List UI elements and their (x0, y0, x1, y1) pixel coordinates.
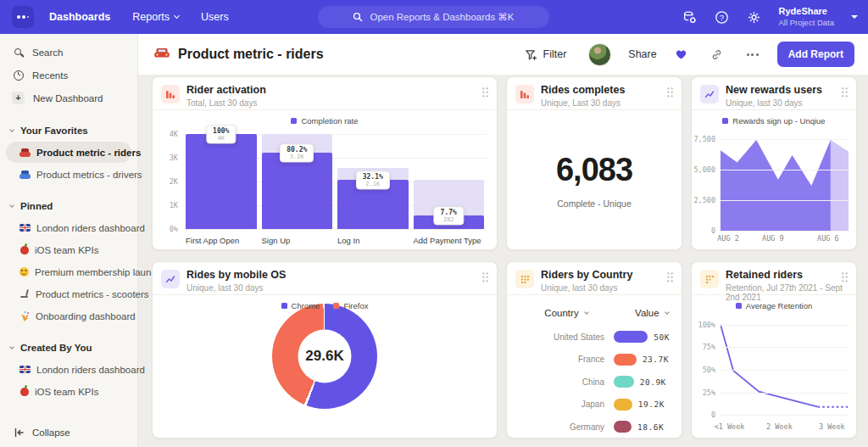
project-scope: All Project Data (779, 18, 834, 28)
copy-link-icon[interactable] (706, 45, 728, 64)
sidebar-item[interactable]: Onboarding dashboard (6, 305, 131, 327)
sidebar-item[interactable]: Premium membership launch (6, 261, 131, 282)
drag-handle-icon[interactable] (841, 87, 849, 98)
share-button[interactable]: Share (628, 48, 656, 60)
card-title[interactable]: Rider activation (186, 85, 266, 97)
funnel-tooltip: 32.1%2.1K (356, 170, 390, 189)
chevron-down-icon (9, 203, 14, 208)
sidebar-action-recents[interactable]: Recents (0, 64, 137, 87)
sidebar-action-label: Recents (32, 70, 68, 81)
more-options-icon[interactable] (742, 45, 764, 64)
sidebar-item[interactable]: iOS team KPIs (6, 239, 131, 260)
sidebar-item[interactable]: Product metric - riders (6, 142, 131, 163)
clock-icon (14, 70, 24, 81)
section-header[interactable]: Pinned (0, 196, 137, 216)
legend-chrome[interactable]: Chrome (281, 301, 320, 310)
drag-handle-icon[interactable] (666, 271, 674, 282)
sidebar-action-search[interactable]: Search (0, 41, 137, 64)
x-axis-tick: AUG 6 (817, 234, 839, 243)
sort-country-header[interactable]: Country (519, 308, 614, 318)
legend-completion-rate[interactable]: Completion rate (291, 116, 358, 126)
legend-rewards-signup[interactable]: Rewards sign up - Unqiue (722, 116, 825, 126)
funnel-count: 3.2K (287, 154, 307, 161)
collapse-button[interactable]: Collapse (14, 427, 70, 438)
filter-label: Filter (543, 48, 567, 60)
filter-button[interactable]: Filter (525, 48, 567, 61)
legend-swatch (291, 118, 297, 124)
card-title[interactable]: Retained riders (726, 270, 848, 282)
donut-hole: 29.6K (298, 329, 352, 383)
card-title[interactable]: Rides completes (541, 85, 625, 97)
drag-handle-icon[interactable] (841, 271, 849, 282)
legend-average-retention[interactable]: Average Retention (736, 301, 813, 310)
bar-chart-icon (515, 85, 534, 103)
nav-users[interactable]: Users (201, 11, 229, 23)
y-axis-tick: 3K (170, 154, 178, 162)
x-axis-tick: 2 Week (766, 422, 793, 431)
gridline (721, 231, 849, 232)
section-header[interactable]: Created By You (0, 338, 137, 358)
apple-icon (20, 246, 29, 254)
funnel-step[interactable]: 7.7%282 (414, 134, 485, 229)
sidebar-action-new-dashboard[interactable]: New Dashboard (0, 87, 137, 109)
drag-handle-icon[interactable] (481, 87, 489, 98)
country-bar-wrap: 20.9K (614, 376, 670, 388)
funnel-count: 4K (213, 135, 229, 142)
x-axis-tick: AUG 2 (717, 234, 739, 243)
uk-icon (19, 366, 31, 373)
country-row: France23.7K (519, 349, 670, 372)
favorite-heart-icon[interactable] (670, 45, 693, 64)
funnel-pct: 32.1% (363, 173, 383, 181)
global-search[interactable]: Open Reports & Dashboards ⌘K (318, 6, 549, 28)
sort-caret-icon (665, 310, 670, 315)
nav-reports[interactable]: Reports (132, 11, 179, 23)
funnel-xlabels: First App OpenSign UpLog InAdd Payment T… (183, 236, 487, 245)
sort-value-header[interactable]: Value (614, 308, 670, 318)
y-axis-tick: 25% (703, 388, 715, 397)
sidebar-item[interactable]: London riders dashboard (6, 359, 131, 380)
sidebar-sections: Your FavoritesProduct metric - ridersPro… (0, 120, 137, 402)
collapse-icon (14, 427, 25, 438)
card-title[interactable]: Riders by Country (541, 270, 632, 282)
chevron-down-icon (9, 127, 14, 132)
gridline (721, 200, 849, 201)
sidebar-item[interactable]: Product metrics - scooters (6, 283, 131, 305)
sidebar-item[interactable]: iOS team KPIs (6, 381, 131, 402)
section-header[interactable]: Your Favorites (0, 120, 137, 141)
drag-handle-icon[interactable] (666, 87, 674, 98)
y-axis-tick: 4K (170, 130, 178, 138)
funnel-pct: 100% (213, 127, 229, 135)
card-title[interactable]: Rides by mobile OS (186, 270, 286, 282)
card-rider-activation: Rider activationTotal, Last 30 days Comp… (152, 76, 498, 250)
project-switcher[interactable]: RydeShare All Project Data (779, 6, 834, 28)
nav-dashboards[interactable]: Dashboards (49, 11, 110, 23)
settings-gear-icon[interactable] (743, 6, 765, 28)
sort-caret-icon (584, 310, 589, 315)
funnel-step-bar (186, 134, 257, 229)
line-chart-icon (161, 270, 180, 288)
gridline (721, 139, 849, 140)
drag-handle-icon[interactable] (481, 271, 489, 282)
sidebar-item-label: Product metrics - scooters (36, 289, 149, 299)
app-logo-icon[interactable] (12, 6, 34, 28)
smiley-icon (19, 267, 29, 277)
avatar[interactable] (588, 43, 611, 66)
country-bar-wrap: 50K (614, 331, 670, 343)
card-title[interactable]: New rewards users (726, 85, 822, 97)
funnel-step[interactable]: 80.2%3.2K (262, 134, 333, 229)
project-caret-icon[interactable] (851, 15, 858, 19)
funnel-step[interactable]: 32.1%2.1K (337, 134, 409, 229)
country-value: 23.7K (643, 355, 669, 364)
add-report-button[interactable]: Add Report (777, 42, 854, 67)
funnel-columns: 100%4K80.2%3.2K32.1%2.1K7.7%282 (183, 134, 487, 229)
project-name: RydeShare (779, 6, 834, 18)
gridline (721, 347, 849, 348)
funnel-step[interactable]: 100%4K (186, 134, 257, 229)
sidebar-item[interactable]: London riders dashboard (6, 217, 131, 238)
sidebar-item[interactable]: Product metrics - drivers (6, 164, 131, 185)
gridline (721, 370, 849, 371)
help-icon[interactable]: ? (711, 6, 733, 28)
data-management-icon[interactable] (679, 6, 701, 28)
funnel-tooltip: 7.7%282 (434, 207, 464, 226)
legend-firefox[interactable]: Firefox (333, 301, 368, 310)
